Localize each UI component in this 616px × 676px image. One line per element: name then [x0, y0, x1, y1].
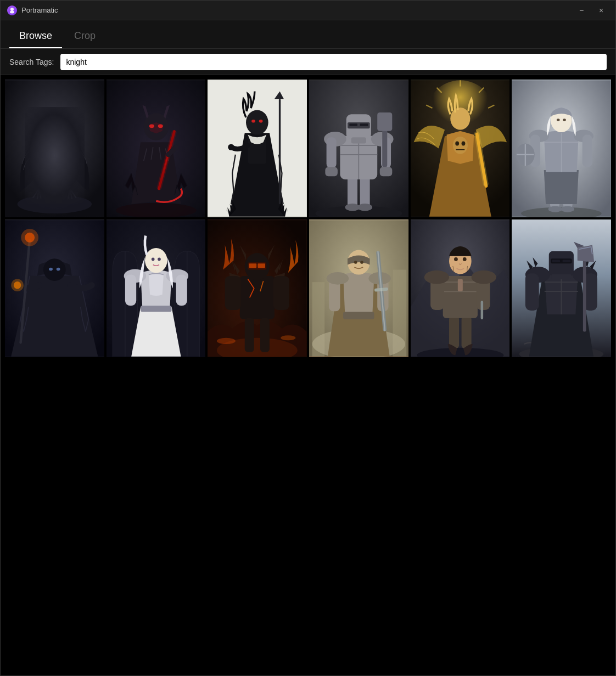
gallery-item-7[interactable] — [5, 219, 104, 357]
svg-point-53 — [461, 141, 465, 145]
svg-point-70 — [563, 119, 566, 121]
svg-point-7 — [48, 133, 51, 136]
svg-point-115 — [354, 261, 357, 264]
svg-rect-98 — [260, 318, 270, 352]
gallery-item-9[interactable] — [208, 219, 307, 357]
close-button[interactable]: × — [593, 3, 609, 18]
app-icon — [7, 5, 17, 15]
svg-point-5 — [41, 121, 68, 151]
svg-point-54 — [450, 108, 470, 130]
svg-rect-96 — [240, 276, 275, 319]
svg-point-6 — [47, 132, 52, 137]
svg-point-90 — [152, 257, 155, 261]
gallery-item-2[interactable] — [107, 80, 206, 217]
gallery-item-8[interactable] — [107, 219, 206, 357]
titlebar-left: Portramatic — [7, 5, 58, 15]
svg-point-132 — [463, 257, 467, 261]
svg-point-69 — [557, 119, 560, 121]
svg-point-116 — [360, 261, 363, 264]
svg-point-4 — [33, 136, 76, 198]
app-title: Portramatic — [21, 6, 58, 14]
svg-point-91 — [158, 257, 161, 261]
svg-point-51 — [452, 137, 467, 154]
svg-rect-122 — [449, 316, 459, 348]
gallery-item-6[interactable] — [512, 80, 611, 217]
svg-rect-123 — [461, 316, 471, 348]
svg-rect-125 — [457, 279, 462, 291]
gallery-item-1[interactable] — [5, 80, 104, 217]
svg-point-62 — [561, 206, 575, 212]
svg-rect-2 — [5, 80, 104, 216]
titlebar: Portramatic − × — [1, 1, 615, 20]
svg-rect-35 — [349, 123, 357, 126]
svg-point-12 — [158, 124, 163, 128]
search-input[interactable] — [60, 54, 607, 70]
svg-rect-43 — [377, 112, 392, 131]
svg-rect-88 — [141, 306, 171, 312]
svg-point-75 — [43, 258, 66, 281]
search-bar: Search Tags: — [1, 49, 615, 75]
gallery-item-11[interactable] — [411, 219, 510, 357]
svg-rect-66 — [583, 135, 592, 167]
search-label: Search Tags: — [9, 58, 54, 66]
svg-rect-102 — [258, 263, 266, 268]
tabs-bar: Browse Crop — [1, 20, 615, 49]
svg-rect-144 — [552, 274, 572, 279]
svg-rect-142 — [552, 260, 561, 262]
svg-point-131 — [454, 257, 458, 261]
gallery-item-3[interactable] — [208, 80, 307, 217]
svg-point-129 — [471, 271, 496, 284]
svg-rect-97 — [245, 318, 254, 352]
svg-rect-38 — [327, 137, 337, 168]
svg-point-112 — [327, 272, 349, 285]
svg-point-22 — [259, 120, 263, 123]
svg-point-0 — [10, 8, 14, 11]
svg-rect-87 — [176, 275, 187, 306]
gallery-grid — [5, 80, 611, 357]
svg-rect-36 — [360, 123, 368, 126]
svg-rect-41 — [380, 167, 393, 176]
svg-point-94 — [217, 338, 236, 344]
svg-point-11 — [149, 124, 154, 128]
svg-point-1 — [10, 10, 14, 13]
svg-point-61 — [548, 206, 562, 212]
svg-point-80 — [21, 229, 38, 246]
svg-rect-37 — [351, 137, 366, 143]
svg-point-9 — [116, 203, 197, 217]
svg-point-19 — [246, 110, 268, 134]
svg-rect-20 — [279, 99, 281, 204]
svg-point-3 — [18, 195, 92, 213]
svg-rect-27 — [360, 176, 370, 207]
gallery-item-4[interactable] — [309, 80, 408, 217]
svg-point-76 — [49, 268, 53, 271]
titlebar-controls: − × — [574, 3, 609, 18]
svg-rect-26 — [348, 176, 357, 207]
svg-rect-40 — [325, 167, 338, 176]
minimize-button[interactable]: − — [574, 3, 589, 18]
svg-rect-86 — [125, 275, 136, 306]
svg-point-29 — [357, 204, 372, 211]
gallery-item-10[interactable] — [309, 219, 408, 357]
svg-point-52 — [455, 141, 459, 145]
svg-point-74 — [11, 279, 24, 291]
gallery-item-12[interactable] — [512, 219, 611, 357]
svg-rect-101 — [249, 263, 257, 268]
svg-rect-104 — [273, 276, 289, 310]
svg-point-21 — [252, 120, 256, 123]
main-window: Portramatic − × Browse Crop Search Tags: — [0, 0, 616, 676]
svg-point-95 — [281, 335, 296, 340]
svg-rect-138 — [525, 273, 539, 311]
svg-point-23 — [228, 144, 234, 150]
svg-point-77 — [57, 268, 60, 271]
svg-rect-109 — [343, 312, 374, 319]
svg-rect-143 — [563, 260, 571, 262]
tab-crop[interactable]: Crop — [64, 25, 105, 48]
svg-point-89 — [145, 248, 167, 273]
tab-browse[interactable]: Browse — [9, 25, 62, 48]
svg-point-128 — [424, 271, 449, 284]
gallery-container — [1, 75, 615, 675]
svg-rect-103 — [225, 276, 241, 310]
gallery-item-5[interactable] — [411, 80, 510, 217]
svg-rect-133 — [480, 301, 483, 319]
